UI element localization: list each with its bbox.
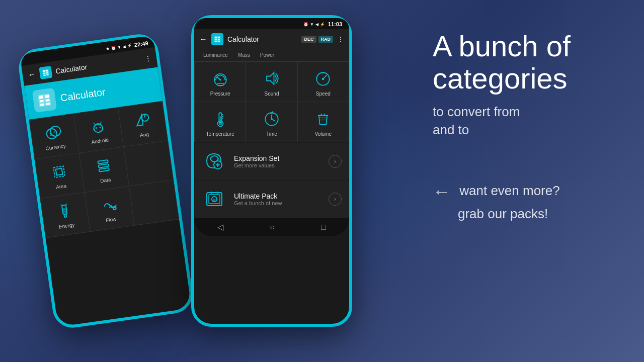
status-icons-right: ⏰▼◀⚡ <box>303 22 325 27</box>
svg-line-22 <box>100 122 102 124</box>
ultimate-icon: ∞ <box>202 187 227 212</box>
svg-rect-8 <box>39 96 43 99</box>
tab-luminance[interactable]: Luminance <box>198 49 233 61</box>
tab-power[interactable]: Power <box>255 49 279 61</box>
expansion-title: Expansion Set <box>234 154 279 162</box>
svg-point-60 <box>218 122 221 125</box>
status-icons-left: ★⏰▼◀⚡ <box>106 43 133 51</box>
svg-rect-42 <box>218 41 220 42</box>
svg-rect-31 <box>62 208 67 213</box>
cat-blank <box>124 141 173 186</box>
more-options-right[interactable]: ⋮ <box>337 35 344 43</box>
phones-area: ★⏰▼◀⚡ 22:49 ← Calculator ⋮ <box>15 0 428 362</box>
svg-line-33 <box>61 205 62 206</box>
rad-button[interactable]: RAD <box>318 36 334 43</box>
calculator-icon-right <box>214 36 221 43</box>
subline: to convert fromand to <box>433 103 614 139</box>
bottom-title: want even more? <box>459 183 559 198</box>
ultimate-pack-row[interactable]: ∞ Ultimate Pack Get a bunch of new › <box>195 180 349 218</box>
svg-rect-9 <box>45 95 49 98</box>
headline-line1: A bunch of <box>433 30 571 62</box>
header-buttons-right[interactable]: DEC RAD ⋮ <box>301 35 344 43</box>
svg-rect-28 <box>99 164 109 168</box>
svg-line-26 <box>144 115 145 118</box>
cat-pressure-label: Pressure <box>210 91 230 97</box>
scroll-tabs[interactable]: Luminance Mass Power <box>194 49 349 61</box>
cat-time[interactable]: Time <box>246 102 297 142</box>
cat-data-label: Data <box>100 177 111 184</box>
cat-time-label: Time <box>266 131 277 137</box>
calculator-icon <box>42 69 50 77</box>
cat-sound[interactable]: Sound <box>246 62 297 102</box>
ultimate-title: Ultimate Pack <box>234 192 282 200</box>
speed-icon <box>313 69 333 88</box>
ultimate-chevron[interactable]: › <box>329 193 342 206</box>
tab-mass[interactable]: Mass <box>233 49 255 61</box>
svg-point-35 <box>113 207 116 210</box>
svg-marker-50 <box>267 72 274 84</box>
app-header-right: ← Calculator DEC RAD ⋮ <box>194 29 349 49</box>
header-buttons-left: ⋮ <box>144 54 152 63</box>
sound-icon <box>262 69 281 88</box>
time-icon <box>262 109 281 128</box>
cat-pressure[interactable]: Pressure <box>195 62 246 102</box>
volume-icon <box>313 109 333 128</box>
svg-point-19 <box>95 127 97 129</box>
ultimate-text: Ultimate Pack Get a bunch of new <box>234 192 282 206</box>
headline: A bunch of categories <box>433 30 614 95</box>
cat-android[interactable]: Android <box>74 108 123 152</box>
cat-flow[interactable]: Flow <box>85 187 134 231</box>
app-title-right: Calculator <box>227 35 297 43</box>
calc-big-icon-svg <box>37 93 53 109</box>
nav-recent[interactable]: □ <box>321 223 326 232</box>
nav-home[interactable]: ○ <box>270 223 275 232</box>
time-right: 11:03 <box>328 21 342 27</box>
svg-line-34 <box>66 204 67 205</box>
cat-currency[interactable]: $ € Currency <box>30 114 79 159</box>
cat-speed-label: Speed <box>316 91 331 97</box>
area-icon <box>48 161 70 183</box>
cat-angle[interactable]: Ang <box>118 102 168 146</box>
cat-temperature[interactable]: Temperature <box>195 102 246 142</box>
cat-area[interactable]: Area <box>35 153 85 198</box>
more-options-left[interactable]: ⋮ <box>144 54 152 63</box>
headline-line2: categories <box>433 62 568 95</box>
svg-rect-27 <box>98 160 108 164</box>
svg-rect-58 <box>219 116 221 123</box>
svg-rect-49 <box>217 83 223 85</box>
back-arrow-right[interactable]: ← <box>199 35 207 44</box>
cat-currency-label: Currency <box>45 143 66 151</box>
svg-point-67 <box>271 118 273 120</box>
ultimate-subtitle: Get a bunch of new <box>234 200 282 206</box>
cat-energy[interactable]: Energy <box>41 193 90 237</box>
status-bar-right: ⏰▼◀⚡ 11:03 <box>194 18 349 29</box>
svg-rect-29 <box>99 168 110 172</box>
bottom-sub: grab our packs! <box>458 206 548 221</box>
svg-rect-1 <box>43 70 45 72</box>
calc-header-title: Calculator <box>60 86 106 104</box>
cat-speed[interactable]: Speed <box>298 62 349 102</box>
cat-volume[interactable]: Volume <box>298 102 349 142</box>
calc-big-icon <box>32 88 57 113</box>
nav-back[interactable]: ◁ <box>217 222 223 232</box>
phone-left: ★⏰▼◀⚡ 22:49 ← Calculator ⋮ <box>16 32 195 330</box>
left-arrow-icon: ← <box>433 179 451 204</box>
phone-right: ⏰▼◀⚡ 11:03 ← Calculator DEC <box>191 15 352 327</box>
svg-rect-37 <box>215 37 217 38</box>
dec-button[interactable]: DEC <box>301 36 316 43</box>
cat-data[interactable]: Data <box>79 147 129 192</box>
energy-icon <box>54 200 75 222</box>
svg-rect-38 <box>218 37 220 38</box>
expansion-text: Expansion Set Get more values <box>234 154 279 168</box>
svg-point-45 <box>219 79 221 81</box>
cat-flow-label: Flow <box>106 216 117 223</box>
expansion-chevron[interactable]: › <box>329 155 342 168</box>
bottom-text: ← want even more? grab our packs! <box>433 179 614 223</box>
back-arrow-left[interactable]: ← <box>27 69 36 79</box>
calc-icon-left <box>39 66 52 79</box>
data-icon <box>93 155 114 176</box>
temperature-icon <box>211 109 230 128</box>
expansion-set-row[interactable]: Expansion Set Get more values › <box>195 143 349 180</box>
time-left: 22:49 <box>134 40 149 48</box>
bottom-nav-right: ◁ ○ □ <box>194 218 349 236</box>
